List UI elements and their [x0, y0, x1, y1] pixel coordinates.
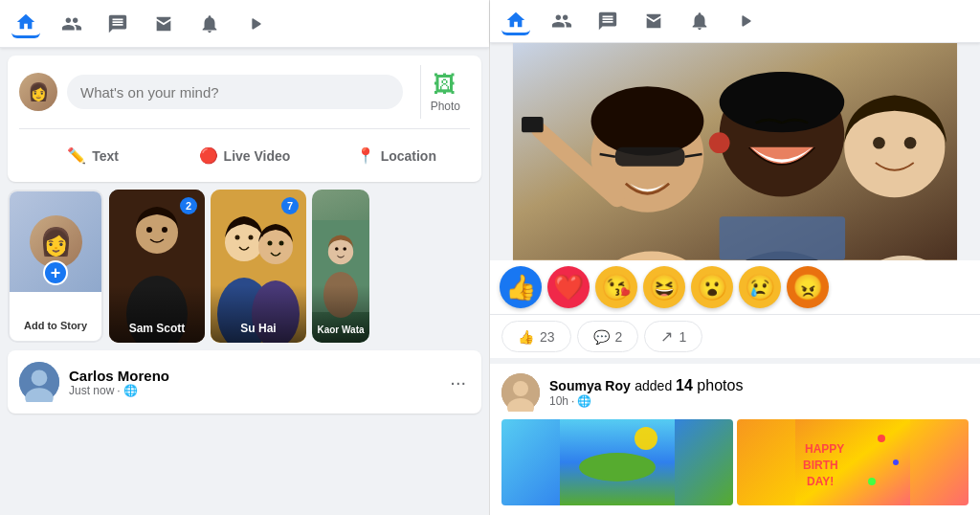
svg-rect-40: [522, 117, 544, 132]
sad-emoji: 😢: [745, 273, 775, 302]
svg-point-15: [328, 239, 353, 264]
share-count: 1: [679, 329, 686, 345]
post-author-svg: [19, 362, 59, 402]
love-emoji: ❤️: [553, 273, 584, 302]
selfie-image: [490, 43, 980, 260]
nav-marketplace-icon[interactable]: [149, 10, 178, 38]
stories-section: 👩 + Add to Story: [8, 190, 481, 343]
post-composer: 👩 🖼 Photo ✏️ Text 🔴 Live Video 📍: [8, 56, 481, 182]
second-post-globe: 🌐: [577, 394, 591, 408]
sam-story-badge: 2: [180, 197, 197, 214]
reactions-bar: 👍 ❤️ 😘 😆 😮 😢 😠: [490, 260, 980, 314]
comment-count-btn[interactable]: 💬 2: [577, 321, 639, 352]
post-actions: 👍 23 💬 2 ↗ 1: [490, 314, 980, 358]
composer-actions: ✏️ Text 🔴 Live Video 📍 Location: [19, 139, 470, 172]
right-nav-bar: [490, 0, 980, 43]
svg-point-10: [258, 230, 293, 264]
nav-watch-icon[interactable]: [241, 10, 270, 38]
care-emoji: 😘: [601, 273, 632, 302]
post-header: Carlos Moreno Just now · 🌐 ···: [19, 362, 470, 402]
thumb-beach[interactable]: [501, 419, 733, 505]
second-post: Soumya Roy added 14 photos 10h · 🌐: [490, 364, 980, 515]
post-options-menu[interactable]: ···: [446, 368, 470, 397]
second-post-action: added: [635, 378, 676, 393]
svg-point-45: [579, 453, 656, 481]
post-meta: Carlos Moreno Just now · 🌐: [69, 368, 169, 397]
right-nav-bell-icon[interactable]: [685, 7, 714, 35]
svg-text:DAY!: DAY!: [807, 475, 834, 488]
left-nav-bar: [0, 0, 489, 48]
svg-point-13: [279, 241, 284, 246]
angry-emoji: 😠: [792, 273, 823, 302]
reaction-wow[interactable]: 😮: [691, 266, 733, 308]
live-action-label: Live Video: [224, 148, 291, 164]
haha-emoji: 😆: [649, 273, 679, 302]
photo-icon: 🖼: [434, 71, 457, 98]
like-count-btn[interactable]: 👍 23: [501, 321, 571, 352]
right-panel: 👍 ❤️ 😘 😆 😮 😢 😠 👍: [490, 0, 980, 515]
photo-label: Photo: [431, 100, 460, 113]
svg-point-46: [635, 427, 657, 450]
text-action-btn[interactable]: ✏️ Text: [19, 139, 167, 172]
right-nav-watch-icon[interactable]: [731, 7, 760, 35]
reaction-sad[interactable]: 😢: [739, 266, 781, 308]
add-story-label: Add to Story: [24, 320, 87, 331]
svg-point-9: [235, 235, 240, 240]
kaor-story-label: Kaor Wata: [312, 321, 369, 343]
share-count-btn[interactable]: ↗ 1: [644, 321, 702, 352]
svg-point-18: [343, 247, 346, 251]
app-container: 👩 🖼 Photo ✏️ Text 🔴 Live Video 📍: [0, 0, 980, 515]
right-nav-messenger-icon[interactable]: [593, 7, 622, 35]
story-sam-scott[interactable]: 2 Sam Scott: [109, 190, 205, 343]
second-post-images: HAPPY BIRTH DAY!: [501, 419, 969, 505]
text-action-label: Text: [92, 148, 119, 164]
su-story-label: Su Hai: [211, 318, 306, 343]
user-avatar: 👩: [19, 73, 57, 111]
post-card: Carlos Moreno Just now · 🌐 ···: [8, 350, 481, 414]
like-count: 23: [540, 329, 555, 345]
svg-point-53: [868, 478, 876, 485]
svg-point-52: [893, 459, 899, 465]
svg-text:BIRTH: BIRTH: [803, 459, 838, 472]
reaction-like[interactable]: 👍: [500, 266, 542, 308]
svg-point-4: [162, 227, 167, 233]
svg-rect-34: [720, 217, 845, 260]
share-icon: ↗: [660, 327, 673, 346]
reaction-care[interactable]: 😘: [595, 266, 637, 308]
location-action-label: Location: [381, 148, 436, 164]
svg-rect-27: [615, 147, 685, 167]
left-panel: 👩 🖼 Photo ✏️ Text 🔴 Live Video 📍: [0, 0, 490, 515]
svg-point-17: [335, 247, 339, 251]
comment-count: 2: [615, 329, 623, 345]
reaction-angry[interactable]: 😠: [787, 266, 829, 308]
svg-point-12: [268, 241, 273, 246]
right-nav-friends-icon[interactable]: [547, 7, 576, 35]
svg-point-33: [709, 133, 730, 154]
story-kaor[interactable]: Kaor Wata: [312, 190, 369, 343]
story-su-hai[interactable]: 7 Su Hai: [211, 190, 306, 343]
svg-point-3: [146, 227, 152, 233]
photo-button[interactable]: 🖼 Photo: [420, 65, 470, 119]
reaction-haha[interactable]: 😆: [643, 266, 685, 308]
second-post-author: Soumya Roy: [549, 378, 631, 393]
composer-input[interactable]: [67, 75, 403, 109]
svg-text:HAPPY: HAPPY: [805, 442, 844, 456]
add-story-card[interactable]: 👩 + Add to Story: [8, 190, 103, 343]
second-post-noun: photos: [697, 377, 743, 393]
composer-top: 👩 🖼 Photo: [19, 65, 470, 129]
live-video-btn[interactable]: 🔴 Live Video: [170, 139, 318, 172]
reaction-love[interactable]: ❤️: [547, 266, 590, 308]
location-btn[interactable]: 📍 Location: [323, 139, 470, 172]
right-nav-marketplace-icon[interactable]: [639, 7, 668, 35]
nav-home-icon[interactable]: [11, 10, 40, 38]
svg-point-37: [873, 137, 885, 149]
second-post-meta: Soumya Roy added 14 photos 10h · 🌐: [549, 377, 743, 408]
svg-point-20: [32, 369, 48, 386]
nav-messenger-icon[interactable]: [103, 10, 132, 38]
post-header-left: Carlos Moreno Just now · 🌐: [19, 362, 169, 402]
svg-point-38: [904, 137, 917, 149]
nav-friends-icon[interactable]: [57, 10, 86, 38]
nav-bell-icon[interactable]: [195, 10, 224, 38]
right-nav-home-icon[interactable]: [501, 7, 530, 35]
thumb-birthday[interactable]: HAPPY BIRTH DAY!: [737, 419, 969, 505]
